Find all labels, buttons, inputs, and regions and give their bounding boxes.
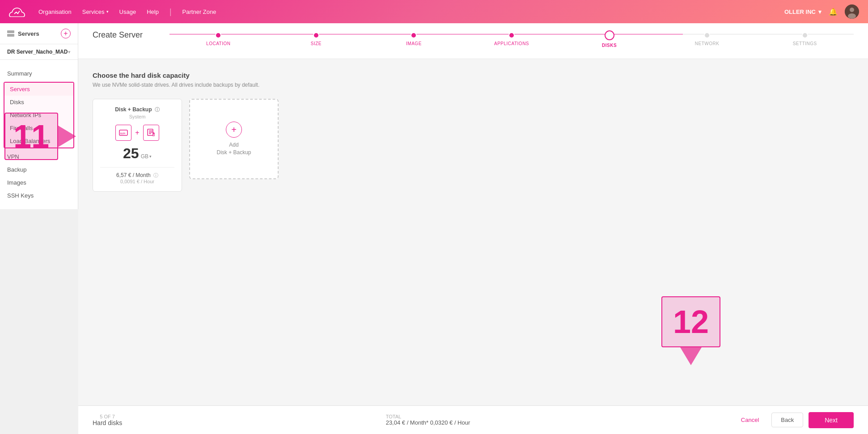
step-image: IMAGE [365, 32, 463, 46]
step-location: LOCATION [169, 32, 267, 46]
step-label-size: SIZE [311, 41, 322, 46]
sidebar-nav: Summary Servers Disks Network IPs Firewa… [0, 60, 78, 209]
disk-card-system[interactable]: Disk + Backup ⓘ System NVM + [93, 99, 182, 192]
svg-point-2 [848, 13, 856, 19]
disk-info-icon[interactable]: ⓘ [155, 107, 160, 112]
disk-unit-label: GB [141, 153, 148, 160]
disk-card-subtitle: System [100, 114, 174, 119]
nav-partner-zone[interactable]: Partner Zone [182, 8, 216, 15]
step-applications: APPLICATIONS [463, 32, 561, 46]
step-dot-settings [802, 32, 808, 38]
wizard-footer: 5 OF 7 Hard disks TOTAL 23,04 € / Month*… [78, 405, 868, 434]
org-chevron-icon: ▾ [818, 8, 821, 15]
user-avatar[interactable] [845, 4, 859, 19]
add-disk-circle: + [226, 122, 242, 138]
plus-icon: + [135, 129, 139, 137]
section-subtitle: We use NVMe solid-state drives. All driv… [93, 82, 854, 88]
sidebar-item-summary[interactable]: Summary [0, 67, 78, 80]
sidebar-header: Servers + [0, 23, 78, 44]
cancel-button[interactable]: Cancel [734, 413, 766, 427]
step-label-location: LOCATION [206, 41, 230, 46]
add-disk-card[interactable]: + Add Disk + Backup [189, 99, 279, 179]
step-dot-applications [508, 32, 515, 38]
sidebar-item-firewalls[interactable]: Firewalls [4, 122, 73, 135]
section-title: Choose the hard disk capacity [93, 72, 854, 79]
wizard-content: Choose the hard disk capacity We use NVM… [78, 59, 868, 405]
footer-total-label: TOTAL [386, 414, 470, 419]
org-selector[interactable]: OLLER INC ▾ [784, 8, 821, 15]
nvme-icon: NVM [119, 129, 128, 137]
step-size: SIZE [267, 32, 365, 46]
sidebar-item-network-ips[interactable]: Network IPs [4, 109, 73, 122]
sidebar-group: Servers Disks Network IPs Firewalls Load… [4, 82, 74, 148]
step-label-image: IMAGE [406, 41, 422, 46]
logo [9, 6, 25, 17]
step-network: NETWORK [658, 32, 756, 46]
wizard-title: Create Server [93, 30, 143, 40]
disk-size-value: 25 [123, 145, 139, 162]
disk-size-row: 25 GB ▾ [100, 145, 174, 162]
sidebar-item-backup[interactable]: Backup [0, 163, 78, 176]
svg-point-1 [850, 8, 854, 12]
nav-links: Organisation Services ▾ Usage Help | Par… [38, 7, 771, 17]
nav-usage[interactable]: Usage [119, 8, 136, 15]
nav-services[interactable]: Services ▾ [82, 8, 109, 15]
step-label-settings: SETTINGS [793, 41, 817, 46]
add-server-button[interactable]: + [61, 29, 71, 38]
footer-total: TOTAL 23,04 € / Month* 0,0320 € / Hour [386, 414, 470, 426]
nav-divider: | [169, 7, 172, 17]
step-label-disks: DISKS [602, 43, 617, 48]
disk-cards: Disk + Backup ⓘ System NVM + [93, 99, 854, 192]
svg-rect-8 [149, 131, 152, 131]
services-chevron-icon: ▾ [106, 9, 109, 14]
price-info-icon[interactable]: ⓘ [153, 173, 158, 178]
sidebar-item-servers[interactable]: Servers [4, 83, 73, 96]
back-button[interactable]: Back [771, 413, 803, 427]
disk-price-hour: 0,0091 € / Hour [100, 179, 174, 184]
step-label-applications: APPLICATIONS [494, 41, 529, 46]
footer-step-name: Hard disks [93, 419, 122, 426]
sidebar-item-images[interactable]: Images [0, 176, 78, 189]
sidebar-item-load-balancers[interactable]: Load Balancers [4, 135, 73, 147]
footer-total-value: 23,04 € / Month* 0,0320 € / Hour [386, 419, 470, 426]
footer-step-info: 5 OF 7 Hard disks [93, 414, 122, 426]
svg-rect-9 [149, 132, 152, 133]
sidebar-item-disks[interactable]: Disks [4, 96, 73, 109]
disk-card-title: Disk + Backup ⓘ [100, 106, 174, 113]
server-name: DR Server_Nacho_MAD [7, 49, 68, 55]
step-dot-image [411, 32, 417, 38]
step-dot-location [215, 32, 221, 38]
disk-icon-backup [143, 125, 159, 141]
top-navigation: Organisation Services ▾ Usage Help | Par… [0, 0, 868, 23]
disk-icon-nvme: NVM [115, 125, 131, 141]
step-dot-disks [605, 30, 614, 40]
next-button[interactable]: Next [809, 412, 854, 428]
add-disk-label: Add Disk + Backup [216, 141, 251, 156]
footer-actions: Cancel Back Next [734, 412, 854, 428]
sidebar-item-ssh-keys[interactable]: SSH Keys [0, 189, 78, 202]
nav-right: OLLER INC ▾ 🔔 [784, 4, 859, 19]
sidebar: Servers + DR Server_Nacho_MAD ▾ Summary … [0, 23, 78, 209]
server-selector[interactable]: DR Server_Nacho_MAD ▾ [0, 44, 78, 60]
nav-help[interactable]: Help [147, 8, 159, 15]
nav-organisation[interactable]: Organisation [38, 8, 72, 15]
disk-divider [100, 167, 174, 168]
svg-text:NVM: NVM [120, 132, 125, 135]
svg-rect-10 [149, 133, 151, 134]
annotation-12: 12 [661, 296, 720, 365]
sidebar-section-title: Servers [18, 30, 39, 37]
progress-steps: LOCATION SIZE IMAGE APPLICATIONS [169, 30, 854, 59]
wizard-header: Create Server LOCATION SIZE [78, 23, 868, 59]
step-settings: SETTINGS [756, 32, 854, 46]
notification-bell-icon[interactable]: 🔔 [829, 8, 838, 16]
servers-header-icon [7, 30, 14, 37]
disk-unit-dropdown[interactable]: GB ▾ [141, 153, 152, 160]
backup-icon [147, 129, 156, 137]
step-label-network: NETWORK [695, 41, 720, 46]
server-selector-chevron-icon: ▾ [68, 49, 71, 55]
svg-rect-3 [7, 30, 14, 33]
svg-rect-4 [7, 34, 14, 37]
sidebar-item-vpn[interactable]: VPN [0, 150, 78, 163]
footer-step-num: 5 OF 7 [93, 414, 122, 419]
content-area: Create Server LOCATION SIZE [78, 23, 868, 434]
